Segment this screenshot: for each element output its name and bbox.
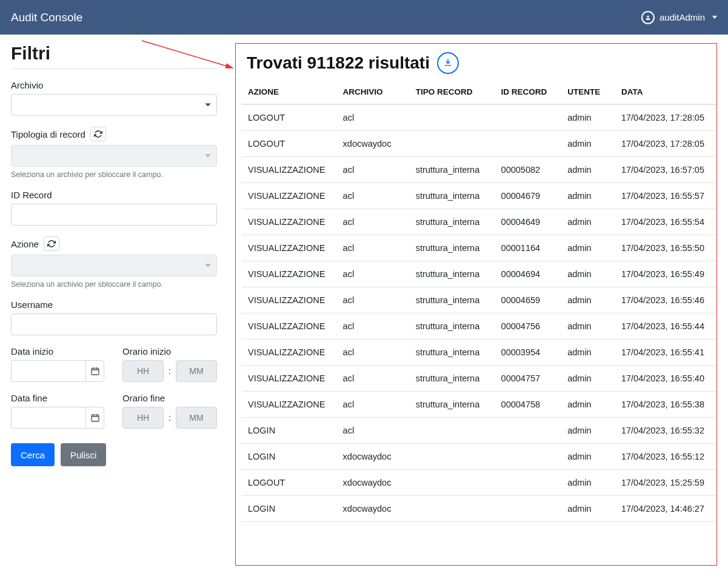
cell-archivio: acl <box>337 313 410 340</box>
azione-refresh-button[interactable] <box>44 236 59 251</box>
archivio-select[interactable] <box>11 94 217 116</box>
calendar-icon <box>90 366 100 376</box>
results-table-scroll[interactable]: AZIONE ARCHIVIO TIPO RECORD ID RECORD UT… <box>242 80 716 557</box>
cell-utente: admin <box>561 444 615 470</box>
cell-utente: admin <box>561 366 615 392</box>
cell-tipo: struttura_interna <box>410 366 495 392</box>
cell-archivio: acl <box>337 287 410 313</box>
col-id: ID RECORD <box>495 80 562 104</box>
data-inizio-input[interactable] <box>11 360 85 382</box>
table-row[interactable]: VISUALIZZAZIONEaclstruttura_interna00004… <box>242 392 716 418</box>
username-label: Username <box>11 300 217 310</box>
tipologia-select <box>11 145 217 167</box>
cell-id <box>495 418 562 444</box>
cell-id: 00001164 <box>495 235 562 261</box>
cell-data: 17/04/2023, 14:46:27 <box>615 496 716 522</box>
col-data: DATA <box>615 80 716 104</box>
user-dropdown[interactable]: auditAdmin <box>641 11 717 24</box>
azione-label: Azione <box>11 239 39 249</box>
cell-data: 17/04/2023, 16:55:38 <box>615 392 716 418</box>
data-fine-calendar-button[interactable] <box>85 407 104 429</box>
app-header: Audit Console auditAdmin <box>0 0 728 35</box>
table-row[interactable]: LOGOUTxdocwaydocadmin17/04/2023, 15:25:5… <box>242 470 716 496</box>
cell-archivio: acl <box>337 209 410 235</box>
cell-utente: admin <box>561 235 615 261</box>
cell-id: 00004659 <box>495 287 562 313</box>
filters-title: Filtri <box>11 43 217 64</box>
divider <box>11 69 217 69</box>
table-row[interactable]: VISUALIZZAZIONEaclstruttura_interna00004… <box>242 261 716 287</box>
results-table: AZIONE ARCHIVIO TIPO RECORD ID RECORD UT… <box>242 80 716 522</box>
orario-inizio-hh[interactable] <box>122 360 164 382</box>
cell-data: 17/04/2023, 16:55:57 <box>615 183 716 209</box>
idrecord-label: ID Record <box>11 190 217 200</box>
cell-azione: LOGIN <box>242 496 337 522</box>
cell-id <box>495 470 562 496</box>
orario-fine-hh[interactable] <box>122 407 164 429</box>
col-archivio: ARCHIVIO <box>337 80 410 104</box>
svg-rect-2 <box>92 415 99 421</box>
archivio-label: Archivio <box>11 80 217 90</box>
cell-utente: admin <box>561 470 615 496</box>
data-fine-input[interactable] <box>11 407 85 429</box>
svg-rect-1 <box>92 368 99 375</box>
cell-tipo: struttura_interna <box>410 209 495 235</box>
cell-data: 17/04/2023, 16:55:12 <box>615 444 716 470</box>
table-row[interactable]: LOGOUTacladmin17/04/2023, 17:28:05 <box>242 104 716 131</box>
table-row[interactable]: VISUALIZZAZIONEaclstruttura_interna00004… <box>242 183 716 209</box>
cell-tipo: struttura_interna <box>410 392 495 418</box>
data-inizio-label: Data inizio <box>11 346 104 356</box>
cell-id: 00004756 <box>495 313 562 340</box>
cerca-button[interactable]: Cerca <box>11 443 55 466</box>
cell-data: 17/04/2023, 16:55:41 <box>615 340 716 366</box>
table-row[interactable]: VISUALIZZAZIONEaclstruttura_interna00004… <box>242 313 716 340</box>
cell-azione: VISUALIZZAZIONE <box>242 287 337 313</box>
cell-utente: admin <box>561 496 615 522</box>
tipologia-label: Tipologia di record <box>11 129 85 139</box>
cell-data: 17/04/2023, 16:55:40 <box>615 366 716 392</box>
cell-tipo: struttura_interna <box>410 313 495 340</box>
svg-point-0 <box>647 15 649 17</box>
table-row[interactable]: VISUALIZZAZIONEaclstruttura_interna00004… <box>242 287 716 313</box>
cell-archivio: acl <box>337 261 410 287</box>
table-row[interactable]: LOGINacladmin17/04/2023, 16:55:32 <box>242 418 716 444</box>
cell-azione: VISUALIZZAZIONE <box>242 183 337 209</box>
table-row[interactable]: VISUALIZZAZIONEaclstruttura_interna00004… <box>242 366 716 392</box>
cell-azione: VISUALIZZAZIONE <box>242 157 337 183</box>
pulisci-button[interactable]: Pulisci <box>61 443 106 466</box>
cell-utente: admin <box>561 183 615 209</box>
cell-archivio: xdocwaydoc <box>337 470 410 496</box>
username-input[interactable] <box>11 313 217 335</box>
tipologia-refresh-button[interactable] <box>90 127 106 141</box>
cell-tipo <box>410 104 495 131</box>
cell-id <box>495 496 562 522</box>
col-tipo: TIPO RECORD <box>410 80 495 104</box>
cell-tipo: struttura_interna <box>410 261 495 287</box>
data-inizio-calendar-button[interactable] <box>85 360 104 382</box>
table-row[interactable]: LOGINxdocwaydocadmin17/04/2023, 16:55:12 <box>242 444 716 470</box>
cell-tipo <box>410 444 495 470</box>
orario-inizio-mm[interactable] <box>176 360 217 382</box>
cell-id: 00004694 <box>495 261 562 287</box>
app-title: Audit Console <box>11 11 82 24</box>
cell-tipo: struttura_interna <box>410 340 495 366</box>
cell-utente: admin <box>561 340 615 366</box>
table-row[interactable]: VISUALIZZAZIONEaclstruttura_interna00003… <box>242 340 716 366</box>
cell-id <box>495 444 562 470</box>
download-button[interactable] <box>437 52 459 74</box>
results-panel: Trovati 911822 risultati AZIONE ARCHIVIO… <box>235 43 717 566</box>
cell-azione: VISUALIZZAZIONE <box>242 392 337 418</box>
cell-archivio: xdocwaydoc <box>337 496 410 522</box>
calendar-icon <box>90 413 100 423</box>
table-row[interactable]: VISUALIZZAZIONEaclstruttura_interna00004… <box>242 209 716 235</box>
table-row[interactable]: VISUALIZZAZIONEaclstruttura_interna00005… <box>242 157 716 183</box>
table-row[interactable]: LOGOUTxdocwaydocadmin17/04/2023, 17:28:0… <box>242 131 716 157</box>
orario-fine-mm[interactable] <box>176 407 217 429</box>
table-row[interactable]: VISUALIZZAZIONEaclstruttura_interna00001… <box>242 235 716 261</box>
idrecord-input[interactable] <box>11 204 217 226</box>
orario-fine-label: Orario fine <box>122 393 217 403</box>
cell-azione: LOGIN <box>242 418 337 444</box>
table-row[interactable]: LOGINxdocwaydocadmin17/04/2023, 14:46:27 <box>242 496 716 522</box>
chevron-down-icon <box>712 16 717 19</box>
refresh-icon <box>94 130 102 138</box>
